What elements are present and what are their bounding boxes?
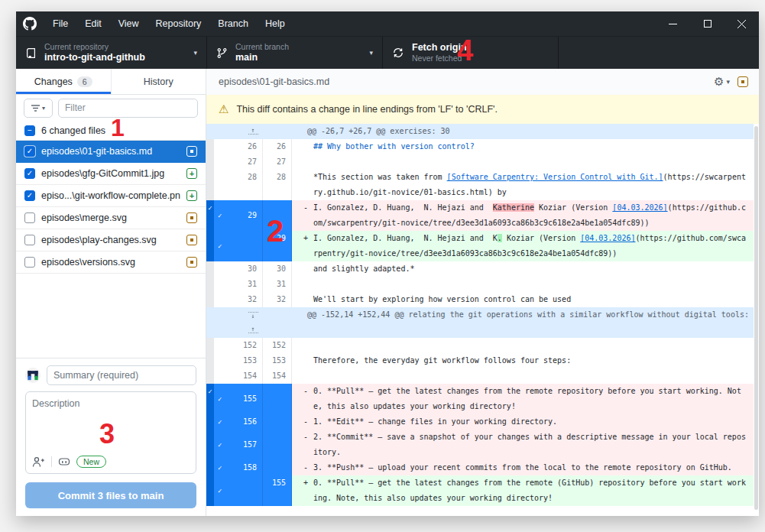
changed-word: Katherine	[493, 203, 534, 212]
file-checkbox[interactable]: ✓	[24, 146, 35, 157]
diff-file-path: episodes\01-git-basics.md	[219, 76, 714, 87]
github-logo-icon	[23, 17, 37, 31]
new-line-number[interactable]: 154	[263, 368, 292, 384]
file-row[interactable]: ✓ episodes\01-git-basics.md	[16, 141, 206, 163]
file-checkbox[interactable]	[24, 212, 35, 223]
new-line-number[interactable]: 153	[263, 353, 292, 368]
old-line-number[interactable]: 31	[214, 277, 263, 292]
commit-button[interactable]: Commit 3 files to main	[25, 482, 196, 508]
minimize-button[interactable]	[656, 11, 690, 36]
avatar	[25, 368, 41, 383]
copilot-icon[interactable]	[58, 457, 70, 467]
new-line-number[interactable]: 30	[263, 261, 292, 277]
link-text: [04.03.2026]	[612, 203, 667, 212]
file-checkbox[interactable]: ✓	[24, 168, 35, 179]
file-name: episodes\versions.svg	[41, 257, 180, 268]
menu-view[interactable]: View	[110, 11, 147, 36]
tab-history[interactable]: History	[111, 69, 206, 94]
selection-strip[interactable]	[206, 414, 214, 430]
file-checkbox[interactable]	[24, 235, 35, 245]
modified-status-icon	[186, 146, 197, 157]
filter-options-button[interactable]: ▾	[24, 99, 53, 118]
new-line-number[interactable]	[263, 430, 292, 460]
chevron-down-icon[interactable]: ▾	[726, 78, 730, 86]
branch-name: main	[235, 52, 289, 63]
line-select-toggle[interactable]: ✓	[214, 475, 263, 506]
file-row[interactable]: episodes\merge.svg	[16, 207, 206, 229]
current-repository-button[interactable]: Current repository intro-to-git-and-gith…	[16, 37, 207, 69]
new-line-number[interactable]: 31	[263, 277, 292, 292]
selection-strip[interactable]	[206, 460, 214, 475]
include-all-checkbox[interactable]: −	[24, 125, 35, 136]
old-line-number[interactable]: 27	[214, 154, 263, 170]
new-line-number[interactable]: 152	[263, 338, 292, 353]
old-line-number[interactable]: 32	[214, 292, 263, 307]
filter-input[interactable]	[58, 99, 198, 118]
file-row[interactable]: ✓ episo...\git-workflow-complete.png +	[16, 185, 206, 207]
line-select-toggle[interactable]: ✓155	[214, 384, 263, 414]
new-line-number[interactable]	[263, 414, 292, 430]
menu-file[interactable]: File	[44, 11, 76, 36]
description-placeholder: Description	[32, 398, 190, 409]
selection-strip[interactable]	[206, 430, 214, 460]
old-line-number[interactable]: 152	[214, 338, 263, 353]
line-select-toggle[interactable]: ✓	[214, 231, 263, 261]
close-button[interactable]	[724, 11, 759, 36]
repo-icon	[25, 47, 37, 59]
expand-up-icon[interactable]: ↑	[214, 323, 292, 338]
tab-changes[interactable]: Changes 6	[16, 69, 111, 94]
annotation-1: 1	[111, 115, 125, 140]
new-line-number[interactable]: 32	[263, 292, 292, 307]
selection-strip[interactable]: ✓	[206, 384, 214, 414]
modified-status-icon	[186, 212, 197, 223]
expand-up-icon[interactable]: ↑	[214, 124, 292, 139]
menu-help[interactable]: Help	[257, 11, 293, 36]
old-line-number[interactable]: 30	[214, 261, 263, 277]
added-status-icon: +	[186, 168, 197, 179]
file-row[interactable]: episodes\versions.svg	[16, 251, 206, 274]
tab-history-label: History	[144, 76, 173, 87]
file-checkbox[interactable]	[24, 257, 35, 268]
selection-strip[interactable]: ✓	[206, 200, 214, 231]
line-select-toggle[interactable]: ✓29	[214, 200, 263, 231]
menu-repository[interactable]: Repository	[147, 11, 210, 36]
add-coauthor-icon[interactable]	[32, 456, 45, 468]
added-status-icon: +	[186, 190, 197, 201]
expand-down-icon[interactable]: ↓	[214, 307, 292, 323]
link-text: [Software Carpentry: Version Control wit…	[447, 173, 663, 181]
app-window: File Edit View Repository Branch Help C	[16, 11, 759, 516]
commit-button-text: Commit 3 files to	[58, 490, 141, 501]
new-line-number[interactable]: 155	[263, 475, 292, 506]
chevron-down-icon: ▾	[42, 105, 45, 112]
old-line-number[interactable]: 28	[214, 170, 263, 200]
file-row[interactable]: episodes\play-changes.svg	[16, 229, 206, 251]
file-row[interactable]: ✓ episodes\gfg-GitCommit1.jpg +	[16, 163, 206, 185]
line-select-toggle[interactable]: ✓156	[214, 414, 263, 430]
annotation-3: 3	[99, 420, 115, 448]
file-checkbox[interactable]: ✓	[24, 190, 35, 201]
line-select-toggle[interactable]: ✓158	[214, 460, 263, 475]
line-select-toggle[interactable]: ✓157	[214, 430, 263, 460]
file-name: episodes\01-git-basics.md	[41, 146, 180, 157]
gear-icon[interactable]: ⚙	[714, 75, 724, 89]
current-branch-button[interactable]: Current branch main ▾	[207, 37, 383, 69]
maximize-button[interactable]	[690, 11, 724, 36]
new-line-number[interactable]	[263, 384, 292, 414]
new-line-number[interactable]	[263, 460, 292, 475]
check-icon: ✓	[208, 388, 212, 395]
new-line-number[interactable]: 26	[263, 139, 292, 154]
check-icon: ✓	[218, 238, 222, 254]
old-line-number[interactable]: 26	[214, 139, 263, 154]
commit-summary-input[interactable]	[47, 365, 196, 385]
selection-strip[interactable]	[206, 475, 214, 506]
scrollbar[interactable]	[754, 126, 758, 510]
selection-strip[interactable]	[206, 231, 214, 261]
menu-branch[interactable]: Branch	[209, 11, 257, 36]
new-line-number[interactable]: 27	[263, 154, 292, 170]
file-name: episodes\play-changes.svg	[41, 235, 180, 245]
new-line-number[interactable]: 28	[263, 170, 292, 200]
diff-pane: episodes\01-git-basics.md ⚙ ▾ ⚠ This dif…	[206, 69, 759, 516]
old-line-number[interactable]: 154	[214, 368, 263, 384]
old-line-number[interactable]: 153	[214, 353, 263, 368]
menu-edit[interactable]: Edit	[76, 11, 110, 36]
